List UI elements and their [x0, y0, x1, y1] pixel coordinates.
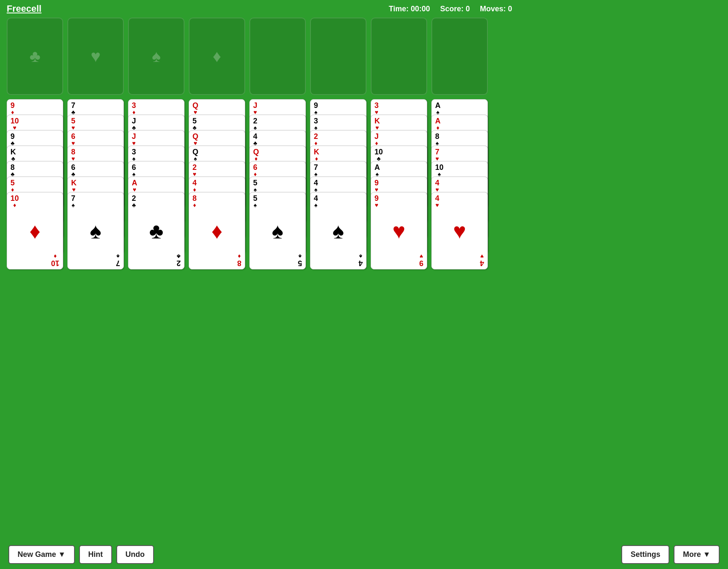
column-6[interactable]: 9♠9♠3♠3♠2♦2♦K♦K♦7♠7♠4♠4♠4♠4♠♠ — [310, 99, 367, 269]
column-4[interactable]: Q♥Q♥5♣5♣Q♥Q♥Q♠Q♠2♥2♥4♦4♦8♦8♦♦ — [189, 99, 245, 269]
foundation-2[interactable] — [310, 18, 367, 95]
game-title[interactable]: Freecell — [7, 3, 41, 14]
foundation-3[interactable] — [371, 18, 427, 95]
table-row[interactable]: 2♣2♣♣ — [128, 192, 185, 269]
table-row[interactable]: 9♥9♥♥ — [371, 192, 427, 269]
column-5[interactable]: J♥J♥2♠2♠4♣4♣Q♦Q♦6♦6♦5♠5♠5♠5♠♠ — [249, 99, 306, 269]
freecell-2[interactable]: ♥ — [67, 18, 124, 95]
freecell-4[interactable]: ♦ — [189, 18, 245, 95]
time-display: Time: 00:00 — [389, 5, 430, 13]
table-row[interactable]: 10♦10♦♦ — [7, 192, 63, 269]
column-3[interactable]: 3♦3♦J♣J♣J♥J♥3♠3♠6♠6♠A♥A♥2♣2♣♣ — [128, 99, 185, 269]
freecell-3[interactable]: ♠ — [128, 18, 185, 95]
table-row[interactable]: 8♦8♦♦ — [189, 192, 245, 269]
table-row[interactable]: 4♥4♥♥ — [431, 192, 488, 269]
column-8[interactable]: A♠A♠A♦A♦8♠8♠7♥7♥10♠10♠4♥4♥4♥4♥♥ — [431, 99, 488, 269]
column-1[interactable]: 9♦9♦10♥10♥9♣9♣K♣K♣8♣8♣5♦5♦10♦10♦♦ — [7, 99, 63, 269]
freecell-1[interactable]: ♣ — [7, 18, 63, 95]
column-2[interactable]: 7♣7♣5♥5♥6♥6♥8♥8♥6♣6♣K♥K♥7♠7♠♠ — [67, 99, 124, 269]
moves-display: Moves: 0 — [480, 5, 512, 13]
tableau: 9♦9♦10♥10♥9♣9♣K♣K♣8♣8♣5♦5♦10♦10♦♦7♣7♣5♥5… — [0, 99, 519, 269]
table-row[interactable]: 5♠5♠♠ — [249, 192, 306, 269]
foundation-4[interactable] — [431, 18, 488, 95]
table-row[interactable]: 7♠7♠♠ — [67, 192, 124, 269]
foundation-1[interactable] — [249, 18, 306, 95]
column-7[interactable]: 3♥3♥K♥K♥J♦J♦10♣10♣A♠A♠9♥9♥9♥9♥♥ — [371, 99, 427, 269]
score-display: Score: 0 — [440, 5, 470, 13]
table-row[interactable]: 4♠4♠♠ — [310, 192, 367, 269]
